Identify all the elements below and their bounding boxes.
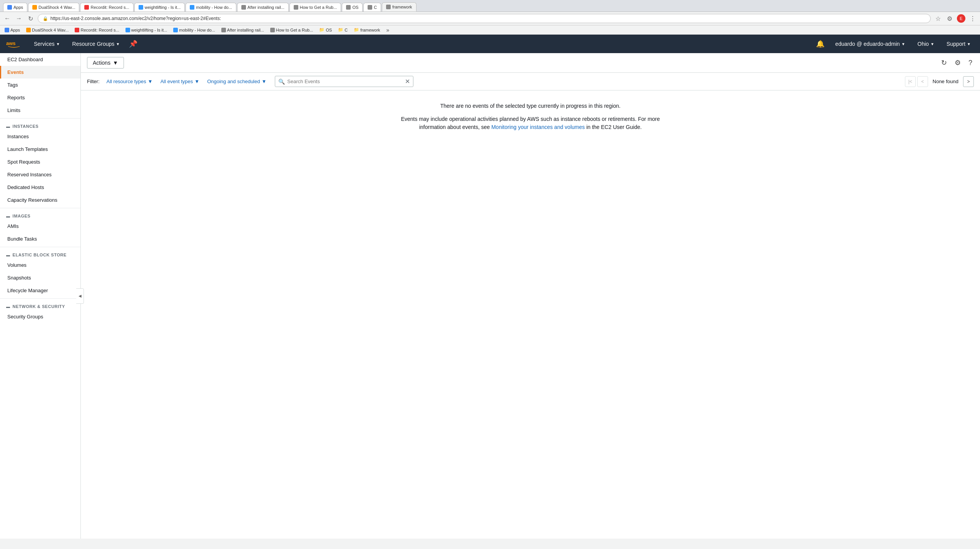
bookmark-favicon	[173, 28, 178, 32]
bell-icon[interactable]: 🔔	[814, 38, 826, 50]
sidebar-item-security-groups[interactable]: Security Groups	[0, 310, 80, 323]
sidebar-item-reports[interactable]: Reports	[0, 91, 80, 104]
sidebar-item-instances[interactable]: Instances	[0, 130, 80, 143]
sidebar-divider-1	[0, 118, 80, 119]
sidebar-wrapper: EC2 Dashboard Events Tags Reports Limits…	[0, 53, 81, 539]
monitoring-link[interactable]: Monitoring your instances and volumes	[491, 124, 585, 130]
sidebar-item-capacity-reservations[interactable]: Capacity Reservations	[0, 194, 80, 206]
main-content: Actions ▼ ↻ ⚙ ? Filter: All resource typ…	[81, 53, 980, 539]
browser-tab-mobility[interactable]: mobility - How do...	[186, 3, 236, 12]
tab-favicon	[84, 5, 89, 10]
browser-tab-apps[interactable]: Apps	[3, 3, 27, 12]
section-label-instances: INSTANCES	[13, 124, 39, 129]
tab-favicon	[241, 5, 246, 10]
sidebar-section-ebs[interactable]: ▬ ELASTIC BLOCK STORE	[0, 249, 80, 259]
sidebar-item-bundle-tasks[interactable]: Bundle Tasks	[0, 233, 80, 245]
browser-tab-rails[interactable]: After installing rail...	[237, 3, 289, 12]
browser-tab-recordit[interactable]: Recordit: Record s...	[80, 3, 133, 12]
services-label: Services	[34, 41, 55, 47]
refresh-button[interactable]: ↻	[940, 57, 948, 69]
search-clear-icon[interactable]: ✕	[405, 78, 410, 85]
user-button[interactable]: eduardo @ eduardo-admin ▼	[832, 39, 908, 49]
sidebar-item-volumes[interactable]: Volumes	[0, 259, 80, 271]
resource-types-chevron: ▼	[148, 79, 153, 84]
bookmark-mobility[interactable]: mobility - How do...	[172, 27, 217, 33]
sidebar-section-instances[interactable]: ▬ INSTANCES	[0, 120, 80, 130]
app-layout: EC2 Dashboard Events Tags Reports Limits…	[0, 53, 980, 539]
browser-tab-ruby[interactable]: How to Get a Rub...	[289, 3, 341, 12]
sidebar-section-images[interactable]: ▬ IMAGES	[0, 210, 80, 220]
tab-favicon	[386, 5, 391, 9]
sidebar-section-network[interactable]: ▬ NETWORK & SECURITY	[0, 300, 80, 310]
sidebar-item-ec2-dashboard[interactable]: EC2 Dashboard	[0, 53, 80, 66]
extensions-button[interactable]: ⚙	[945, 14, 954, 23]
sidebar-item-amis[interactable]: AMIs	[0, 220, 80, 233]
browser-tab-os[interactable]: OS	[342, 3, 363, 12]
sidebar-item-spot-requests[interactable]: Spot Requests	[0, 156, 80, 168]
sidebar-item-dedicated-hosts[interactable]: Dedicated Hosts	[0, 181, 80, 194]
bookmark-favicon	[125, 28, 130, 32]
sidebar-item-snapshots[interactable]: Snapshots	[0, 271, 80, 284]
support-button[interactable]: Support ▼	[943, 39, 974, 49]
sidebar-collapse-button[interactable]: ◀	[76, 288, 84, 304]
content-area: There are no events of the selected type…	[81, 90, 980, 539]
back-button[interactable]: ←	[3, 14, 12, 23]
help-button[interactable]: ?	[967, 57, 974, 69]
bookmark-weightlifting[interactable]: weightlifting - Is it...	[124, 27, 169, 33]
sidebar-item-launch-templates[interactable]: Launch Templates	[0, 143, 80, 156]
browser-toolbar: ← → ↻ 🔒 https://us-east-2.console.aws.am…	[0, 12, 980, 25]
no-events-message: There are no events of the selected type…	[87, 103, 974, 109]
sidebar-item-lifecycle-manager[interactable]: Lifecycle Manager	[0, 284, 80, 297]
browser-chrome: Apps DualShock 4 Wav... Recordit: Record…	[0, 0, 980, 12]
bookmarks-more[interactable]: »	[386, 27, 390, 33]
bookmark-apps[interactable]: Apps	[3, 27, 22, 33]
pin-icon[interactable]: 📌	[129, 40, 137, 48]
event-types-label: All event types	[161, 79, 193, 84]
prev-page-button[interactable]: <	[917, 76, 928, 87]
next-page-button[interactable]: >	[963, 76, 974, 87]
reload-button[interactable]: ↻	[26, 14, 35, 23]
services-button[interactable]: Services ▼	[31, 39, 63, 49]
bookmark-folder-c[interactable]: 📁 C	[336, 27, 349, 33]
folder-icon: 📁	[354, 27, 359, 32]
resource-groups-button[interactable]: Resource Groups ▼	[69, 39, 123, 49]
bookmark-folder-os[interactable]: 📁 OS	[318, 27, 333, 33]
schedule-filter[interactable]: Ongoing and scheduled ▼	[205, 77, 269, 85]
bookmark-ruby[interactable]: How to Get a Rub...	[269, 27, 315, 33]
section-label-images: IMAGES	[13, 214, 31, 218]
resource-types-filter[interactable]: All resource types ▼	[104, 77, 155, 85]
actions-button[interactable]: Actions ▼	[87, 57, 124, 69]
tab-favicon	[32, 5, 37, 10]
bookmark-folder-framework[interactable]: 📁 framework	[352, 27, 381, 33]
bookmark-rails[interactable]: After installing rail...	[220, 27, 266, 33]
star-button[interactable]: ☆	[934, 14, 942, 23]
bookmark-recordit[interactable]: Recordit: Record s...	[73, 27, 120, 33]
browser-tab-dualshock[interactable]: DualShock 4 Wav...	[28, 3, 79, 12]
profile-button[interactable]: E	[957, 14, 965, 23]
schedule-label: Ongoing and scheduled	[207, 79, 260, 84]
browser-tab-weightlifting[interactable]: weightlifting - Is it...	[134, 3, 185, 12]
sidebar-item-reserved-instances[interactable]: Reserved Instances	[0, 168, 80, 181]
search-input[interactable]	[287, 79, 403, 84]
resource-types-label: All resource types	[107, 79, 146, 84]
none-found-label: None found	[930, 79, 962, 84]
region-button[interactable]: Ohio ▼	[915, 39, 937, 49]
sidebar-item-limits[interactable]: Limits	[0, 104, 80, 117]
browser-tab-c[interactable]: C	[363, 3, 381, 12]
browser-tab-framework[interactable]: framework	[382, 2, 416, 12]
search-box[interactable]: 🔍 ✕	[275, 76, 413, 87]
settings-button[interactable]: ⚙	[953, 57, 962, 69]
address-bar[interactable]: 🔒 https://us-east-2.console.aws.amazon.c…	[38, 14, 931, 23]
tab-favicon	[139, 5, 143, 10]
sidebar-item-tags[interactable]: Tags	[0, 79, 80, 91]
bookmark-dualshock[interactable]: DualShock 4 Wav...	[25, 27, 70, 33]
toolbar-icons: ↻ ⚙ ?	[940, 57, 974, 69]
first-page-button[interactable]: |<	[905, 76, 916, 87]
more-button[interactable]: ⋮	[968, 14, 977, 23]
event-types-filter[interactable]: All event types ▼	[158, 77, 202, 85]
forward-button[interactable]: →	[15, 14, 23, 23]
folder-icon: 📁	[338, 27, 343, 32]
events-info: Events may include operational activitie…	[392, 115, 669, 131]
region-label: Ohio	[918, 41, 929, 47]
sidebar-item-events[interactable]: Events	[0, 66, 80, 79]
